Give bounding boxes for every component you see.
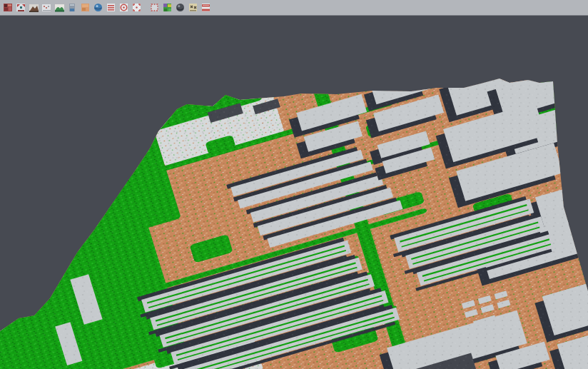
fit-arrows-icon[interactable] [16,2,26,13]
red-stripes-icon [201,2,211,13]
terrain-brown-icon[interactable] [29,2,39,13]
toolbar [0,0,588,16]
target-circle-icon[interactable] [118,2,129,13]
red-stripes-icon[interactable] [201,2,211,13]
application-window: { "toolbar": { "background": "#b3b6bb", … [0,0,588,369]
globe-icon[interactable] [93,2,103,13]
crop-region-icon[interactable] [149,2,160,13]
terrain-green-icon [54,2,65,13]
point-cloud-scene [0,16,588,369]
target-circle-icon [118,2,129,13]
fit-arrows-icon [16,2,26,13]
profile-points-icon[interactable] [41,2,52,13]
crop-region-icon [149,2,160,13]
terrain-brown-icon [29,2,39,13]
section-lines-icon [106,2,116,13]
profile-points-icon [41,2,52,13]
column-3d-icon[interactable] [67,2,78,13]
toolbar-separator [143,2,148,13]
sphere-dark-icon [175,2,186,13]
terrain-green-icon[interactable] [54,2,65,13]
red-mosaic-icon [3,2,14,13]
column-3d-icon [67,2,78,13]
sphere-dark-icon[interactable] [175,2,186,13]
classification-icon[interactable] [162,2,173,13]
section-lines-icon[interactable] [106,2,116,13]
zoom-extent-icon [131,2,142,13]
measure-xmark-icon[interactable] [188,2,198,13]
measure-xmark-icon [188,2,198,13]
ortho-image-icon[interactable] [80,2,91,13]
classification-icon [162,2,173,13]
red-mosaic-icon[interactable] [3,2,14,13]
globe-icon [93,2,103,13]
viewport-3d[interactable] [0,16,588,369]
zoom-extent-icon[interactable] [131,2,142,13]
ortho-image-icon [80,2,91,13]
